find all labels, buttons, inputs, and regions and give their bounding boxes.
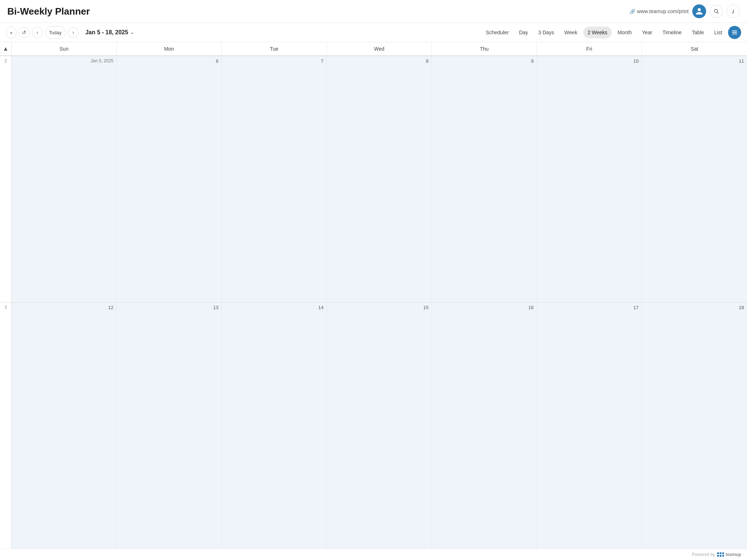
cal-day-jan15[interactable]: 15	[327, 303, 432, 549]
logo-dot	[717, 552, 719, 554]
chevron-down-icon: ⌄	[130, 30, 134, 35]
day-header-mon: Mon	[117, 42, 222, 55]
sort-icon[interactable]: ▲	[3, 46, 9, 52]
tab-list[interactable]: List	[710, 27, 727, 38]
hamburger-menu-button[interactable]	[728, 26, 741, 39]
print-link[interactable]: www.teamup.com/print	[630, 8, 689, 14]
calendar-header: ▲ Sun Mon Tue Wed Thu Fri Sat	[0, 42, 747, 56]
svg-rect-3	[732, 32, 737, 33]
teamup-logo: teamup	[717, 552, 741, 557]
prev-button[interactable]: ‹	[32, 27, 43, 38]
day-number: 12	[15, 305, 113, 310]
tab-table[interactable]: Table	[688, 27, 708, 38]
tab-3days[interactable]: 3 Days	[534, 27, 559, 38]
next-icon: ›	[73, 30, 74, 35]
tab-timeline[interactable]: Timeline	[658, 27, 686, 38]
day-number: 6	[120, 58, 218, 64]
day-number: 13	[120, 305, 218, 310]
avatar-button[interactable]	[692, 4, 706, 18]
svg-rect-2	[732, 31, 737, 31]
menu-icon	[731, 29, 738, 36]
cal-day-jan11[interactable]: 11	[642, 56, 747, 302]
tab-week[interactable]: Week	[560, 27, 582, 38]
day-header-wed: Wed	[327, 42, 432, 55]
day-number: 14	[225, 305, 324, 310]
calendar-body: 2 Jan 5, 2025 6 7 8 9 10 11	[0, 56, 747, 549]
brand-name: teamup	[725, 552, 741, 557]
svg-point-0	[715, 9, 718, 13]
calendar-week-3: 3 12 13 14 15 16 17 18	[0, 303, 747, 549]
next-button[interactable]: ›	[68, 27, 79, 38]
logo-dots	[717, 552, 724, 557]
day-number: 18	[645, 305, 744, 310]
today-label: Today	[49, 30, 62, 35]
search-button[interactable]	[710, 5, 723, 18]
toolbar: » ↺ ‹ Today › Jan 5 - 18, 2025 ⌄ Schedul…	[0, 23, 747, 42]
calendar-container: ▲ Sun Mon Tue Wed Thu Fri Sat 2 Jan 5, 2…	[0, 42, 747, 549]
day-header-sun: Sun	[12, 42, 117, 55]
day-number: 15	[330, 305, 429, 310]
cal-day-jan13[interactable]: 13	[117, 303, 222, 549]
cal-day-jan7[interactable]: 7	[222, 56, 327, 302]
day-header-tue: Tue	[222, 42, 327, 55]
logo-dot	[717, 555, 719, 557]
tab-2weeks[interactable]: 2 Weeks	[583, 27, 612, 38]
cal-day-jan5[interactable]: Jan 5, 2025	[12, 56, 117, 302]
week-number-3: 3	[0, 303, 12, 549]
day-header-thu: Thu	[432, 42, 537, 55]
tab-scheduler[interactable]: Scheduler	[481, 27, 513, 38]
app-title: Bi-Weekly Planner	[7, 6, 90, 17]
header-right: www.teamup.com/print i	[630, 4, 740, 18]
day-number: 16	[435, 305, 534, 310]
week-number-2: 2	[0, 56, 12, 302]
day-number: 7	[225, 58, 324, 64]
date-range-button[interactable]: Jan 5 - 18, 2025 ⌄	[81, 26, 138, 39]
view-tabs: Scheduler Day 3 Days Week 2 Weeks Month …	[481, 26, 741, 39]
user-icon	[695, 7, 703, 15]
day-header-fri: Fri	[537, 42, 642, 55]
svg-rect-4	[732, 34, 737, 34]
tab-day[interactable]: Day	[515, 27, 533, 38]
day-number: 17	[540, 305, 639, 310]
expand-button[interactable]: »	[6, 26, 16, 39]
top-header: Bi-Weekly Planner www.teamup.com/print i	[0, 0, 747, 23]
week-num-header: ▲	[0, 42, 12, 55]
cal-day-jan6[interactable]: 6	[117, 56, 222, 302]
day-header-sat: Sat	[642, 42, 747, 55]
prev-icon: ‹	[36, 30, 38, 35]
powered-by-text: Powered by	[692, 552, 715, 557]
cal-day-jan10[interactable]: 10	[537, 56, 642, 302]
logo-dot	[722, 552, 724, 554]
day-number: Jan 5, 2025	[15, 58, 113, 63]
search-icon	[713, 8, 719, 14]
logo-dot	[722, 555, 724, 557]
cal-day-jan16[interactable]: 16	[432, 303, 537, 549]
date-range-label: Jan 5 - 18, 2025	[85, 29, 128, 36]
cal-day-jan9[interactable]: 9	[432, 56, 537, 302]
day-number: 8	[330, 58, 429, 64]
logo-dot	[720, 555, 721, 557]
tab-year[interactable]: Year	[638, 27, 657, 38]
cal-day-jan17[interactable]: 17	[537, 303, 642, 549]
cal-day-jan14[interactable]: 14	[222, 303, 327, 549]
day-number: 10	[540, 58, 639, 64]
info-button[interactable]: i	[727, 5, 740, 18]
day-number: 9	[435, 58, 534, 64]
today-button[interactable]: Today	[45, 26, 66, 39]
calendar-week-2: 2 Jan 5, 2025 6 7 8 9 10 11	[0, 56, 747, 303]
logo-dot	[720, 552, 721, 554]
refresh-button[interactable]: ↺	[19, 27, 30, 38]
footer: Powered by teamup	[0, 549, 747, 560]
tab-month[interactable]: Month	[613, 27, 636, 38]
cal-day-jan12[interactable]: 12	[12, 303, 117, 549]
svg-line-1	[717, 12, 719, 13]
expand-icon: »	[10, 30, 12, 35]
refresh-icon: ↺	[22, 30, 26, 35]
cal-day-jan8[interactable]: 8	[327, 56, 432, 302]
info-icon: i	[732, 8, 734, 15]
day-number: 11	[645, 58, 744, 64]
cal-day-jan18[interactable]: 18	[642, 303, 747, 549]
